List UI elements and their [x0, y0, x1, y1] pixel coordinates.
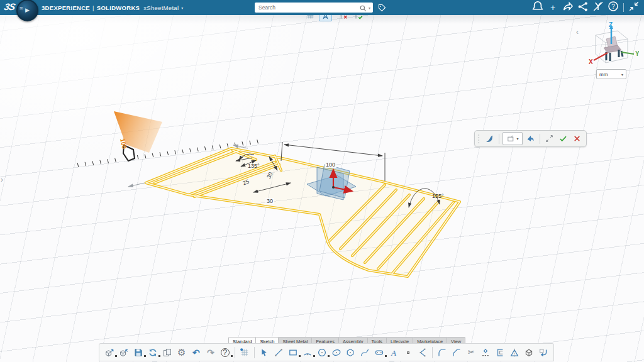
swym-icon[interactable] [592, 1, 604, 14]
toolbar-divider [235, 347, 235, 358]
grid16-glyph [240, 348, 250, 358]
profile-preset-button[interactable]: ▾ [502, 132, 523, 145]
units-value: mm [599, 72, 608, 77]
dimension-len-top[interactable]: 100 [325, 162, 336, 168]
ellipse-tool[interactable] [330, 346, 343, 359]
polygon-glyph [345, 348, 355, 358]
notifications-icon[interactable] [531, 1, 544, 14]
compass-3d-label: 3D [19, 7, 23, 10]
add-content-icon[interactable]: + [547, 1, 559, 14]
text-tool[interactable]: A [387, 346, 401, 359]
caret-down-icon[interactable]: ▾ [516, 136, 518, 141]
redo-button[interactable]: ↷ [204, 346, 218, 359]
direction-arrow-button[interactable] [525, 133, 536, 145]
settings-button[interactable]: ⚙ [175, 346, 189, 359]
import-part-button[interactable] [117, 346, 131, 359]
search-icon[interactable] [359, 4, 367, 12]
tag-icon[interactable] [376, 2, 387, 13]
confirm-button[interactable] [557, 133, 569, 145]
mirror-tool[interactable] [508, 346, 521, 359]
3d-viewport[interactable]: 135° 25 30 100 30 155° 100 › [0, 15, 644, 362]
community-icon[interactable] [577, 1, 589, 14]
exit-sketch-button[interactable] [536, 346, 550, 359]
floating-command-bar: ▾ [474, 130, 587, 147]
toolbar-divider [432, 347, 433, 358]
pointer-glyph [259, 348, 269, 358]
fx-glyph [572, 134, 582, 143]
line-glyph [274, 348, 284, 358]
dimension-angle-right[interactable]: 155° [432, 193, 444, 199]
view-cube[interactable]: X Y Z [579, 21, 639, 74]
fillet-tool[interactable] [435, 346, 449, 359]
bell-glyph [531, 0, 544, 15]
floppy-glyph [133, 348, 143, 358]
axis-y-label: Y [635, 50, 639, 57]
collapse-window-icon[interactable] [628, 1, 640, 14]
properties-button[interactable] [160, 346, 174, 359]
search-input[interactable] [257, 4, 359, 11]
dimension-width-bottom[interactable]: 30 [265, 198, 274, 204]
cancel-button[interactable] [571, 133, 583, 145]
flange-tool-icon[interactable] [484, 133, 496, 145]
left-panel-handle[interactable]: › [1, 175, 3, 184]
offset-glyph [495, 348, 505, 358]
circle-glyph [317, 348, 327, 358]
svg-text:A: A [391, 348, 396, 357]
chevron-down-icon[interactable]: ▾ [181, 6, 183, 10]
partopen-glyph [119, 348, 129, 358]
dassault-logo: 3S [3, 1, 16, 12]
flyout-dot[interactable] [231, 355, 233, 357]
tag-glyph [377, 3, 387, 13]
export-part-button[interactable] [103, 346, 116, 359]
undo-button[interactable]: ↶ [189, 346, 203, 359]
axis-x-label: X [589, 58, 593, 65]
line-tool[interactable] [272, 346, 286, 359]
textA-glyph: A [389, 348, 399, 358]
offset-tool[interactable] [493, 346, 507, 359]
sketch-scene [0, 15, 644, 362]
rectangle-tool[interactable] [286, 346, 300, 359]
circle-tool[interactable] [315, 346, 329, 359]
slot-tool[interactable] [372, 346, 386, 359]
project-geometry-tool[interactable] [522, 346, 536, 359]
drag-handle[interactable] [478, 134, 480, 144]
spline-glyph [360, 348, 370, 358]
fok-glyph [558, 134, 568, 143]
help-button-glyph: ? [221, 348, 230, 357]
chamfer-glyph [452, 348, 462, 358]
polyline-glyph [418, 348, 428, 358]
spline-tool[interactable] [358, 346, 372, 359]
share-icon[interactable] [562, 1, 574, 14]
expand-dialog-button[interactable] [543, 133, 555, 145]
sketch-mode-button[interactable] [257, 346, 271, 359]
app-name[interactable]: xSheetMetal [143, 4, 179, 11]
dimension-angle-left[interactable]: 135° [248, 163, 260, 169]
toolbar-divider [540, 134, 540, 144]
polygon-tool[interactable] [344, 346, 358, 359]
compass-icon[interactable]: ▶ 3D [16, 0, 38, 21]
sheetmetal-sketch[interactable] [146, 148, 460, 277]
help-button[interactable]: ? [218, 346, 232, 359]
convert-entities-tool[interactable] [479, 346, 492, 359]
sync-button[interactable] [146, 346, 160, 359]
copy-glyph [162, 348, 172, 358]
toolbar-divider [254, 347, 255, 358]
search-scope-chevron-icon[interactable]: ▾ [369, 6, 370, 10]
help-icon[interactable]: ? [607, 1, 619, 14]
save-button[interactable] [131, 346, 145, 359]
product-name: SOLIDWORKS [97, 4, 140, 11]
polyline-tool[interactable] [416, 346, 430, 359]
point-tool[interactable] [401, 346, 415, 359]
chamfer-tool[interactable] [450, 346, 464, 359]
partnew-glyph [104, 348, 114, 358]
frect-glyph [506, 134, 516, 143]
fmove-glyph [526, 134, 535, 143]
top-bar: 3S ▶ 3D 3DEXPERIENCE | SOLIDWORKS xSheet… [0, 0, 644, 15]
sketch-grid-button[interactable] [238, 346, 252, 359]
units-select[interactable]: mm ▾ [596, 69, 626, 79]
arc-tool[interactable] [301, 346, 314, 359]
add-content-icon-glyph: + [550, 3, 555, 13]
trim-tool[interactable]: ✂ [464, 346, 478, 359]
helpw-glyph: ? [607, 0, 619, 15]
search-box[interactable]: ▾ [255, 3, 373, 13]
